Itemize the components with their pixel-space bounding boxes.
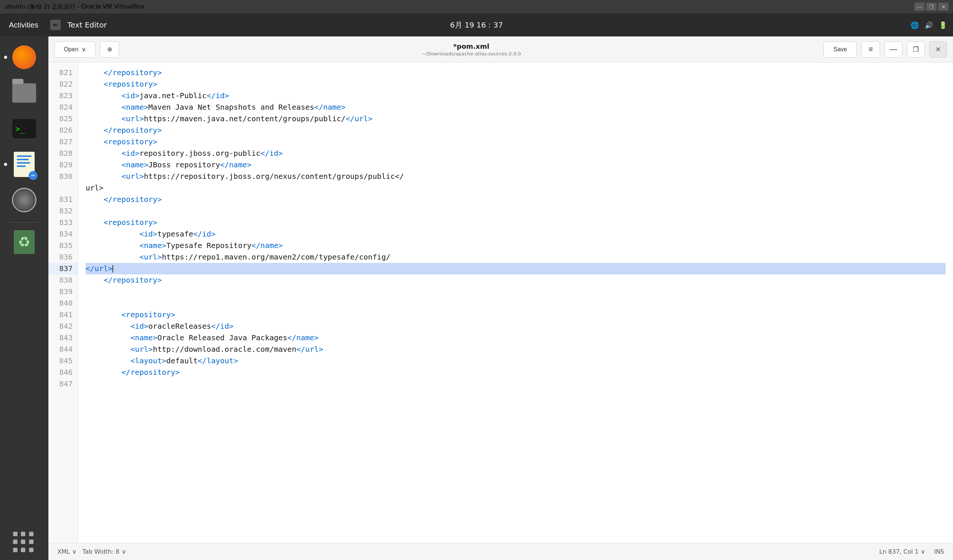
grid-dot	[29, 540, 34, 544]
code-line-830: <url>https://repository.jboss.org/nexus/…	[85, 171, 945, 182]
code-line-847	[85, 378, 945, 390]
code-line-825: <url>https://maven.java.net/content/grou…	[85, 113, 945, 125]
line-num-830: 830	[48, 171, 78, 182]
line-num-822: 822	[48, 79, 78, 90]
firefox-icon	[12, 45, 36, 69]
language-arrow-icon: ∨	[72, 548, 77, 555]
grid-dot	[29, 548, 34, 552]
code-line-833: <repository>	[85, 217, 945, 228]
code-line-841: <repository>	[85, 309, 945, 320]
code-line-828: <id>repository.jboss.org-public</id>	[85, 148, 945, 159]
grid-dot	[21, 548, 25, 552]
line-num-827: 827	[48, 136, 78, 148]
dock-item-editor[interactable]: ✏	[8, 148, 40, 181]
code-area[interactable]: </repository> <repository> <id>java.net-…	[78, 62, 953, 543]
editor-filepath: ~/Downloads/apache-atlas-sources-2.0.0	[421, 51, 521, 57]
title-bar-left: ubuntu (备份 2) 正在运行 - Oracle VM VirtualBo…	[5, 3, 144, 11]
app-icon-area: ✏️ Text Editor	[47, 20, 107, 30]
code-line-821: </repository>	[85, 67, 945, 79]
activities-button[interactable]: Activities	[0, 13, 47, 36]
terminal-prompt: >_	[15, 124, 25, 133]
language-selector[interactable]: XML ∨	[57, 548, 76, 555]
top-bar: Activities ✏️ Text Editor 6月 19 16：37 🌐 …	[0, 13, 953, 36]
code-line-840	[85, 297, 945, 309]
line-num-834: 834	[48, 228, 78, 240]
grid-dot	[13, 540, 17, 544]
app-icon: ✏️	[50, 20, 61, 30]
open-label: Open	[64, 46, 78, 53]
line-num-828: 828	[48, 148, 78, 159]
editor-maximize-button[interactable]: ❐	[907, 41, 925, 58]
title-bar: ubuntu (备份 2) 正在运行 - Oracle VM VirtualBo…	[0, 0, 953, 13]
line-num-843: 843	[48, 332, 78, 343]
line-num-841: 841	[48, 309, 78, 320]
dock-item-disc[interactable]	[8, 184, 40, 217]
line-num-833: 833	[48, 217, 78, 228]
network-icon[interactable]: 🌐	[911, 21, 919, 29]
new-file-button[interactable]: ⊕	[100, 41, 119, 58]
new-file-icon: ⊕	[107, 46, 112, 53]
clock: 6月 19 16：37	[450, 20, 503, 30]
line-num-845: 845	[48, 355, 78, 367]
line-num-821: 821	[48, 67, 78, 79]
dock-item-terminal[interactable]: >_	[8, 112, 40, 145]
line-num-838: 838	[48, 274, 78, 286]
code-line-842: <id>oracleReleases</id>	[85, 320, 945, 332]
code-line-834: <id>typesafe</id>	[85, 228, 945, 240]
line-num-829: 829	[48, 159, 78, 171]
battery-icon[interactable]: 🔋	[939, 21, 947, 29]
editor-pencil-icon: ✏	[29, 171, 37, 180]
editor-content[interactable]: 821 822 823 824 825 826 827 828 829 830 …	[48, 62, 953, 543]
save-button[interactable]: Save	[823, 41, 857, 58]
editor-window: Open ∨ ⊕ *pom.xml ~/Downloads/apache-atl…	[48, 36, 953, 560]
line-num-825: 825	[48, 113, 78, 125]
window-minimize-button[interactable]: —	[914, 3, 925, 11]
line-num-840: 840	[48, 297, 78, 309]
code-line-824: <name>Maven Java Net Snapshots and Relea…	[85, 102, 945, 113]
line-num-844: 844	[48, 343, 78, 355]
menu-button[interactable]: ≡	[861, 41, 880, 58]
line-num-823: 823	[48, 90, 78, 102]
editor-toolbar: Open ∨ ⊕ *pom.xml ~/Downloads/apache-atl…	[48, 36, 953, 62]
line-num-826: 826	[48, 125, 78, 136]
title-bar-text: ubuntu (备份 2) 正在运行 - Oracle VM VirtualBo…	[5, 3, 144, 11]
tab-width-label: Tab Width: 8	[82, 548, 119, 555]
code-line-836: <url>https://repo1.maven.org/maven2/com/…	[85, 251, 945, 263]
line-num-847: 847	[48, 378, 78, 390]
dock-apps-grid[interactable]	[13, 532, 36, 554]
status-bar: XML ∨ Tab Width: 8 ∨ Ln 837, Col 1 ∨ INS	[48, 543, 953, 560]
grid-dot	[13, 532, 17, 536]
dock-item-trash[interactable]: ♻	[8, 226, 40, 258]
dock-active-indicator-editor	[4, 163, 7, 166]
code-line-846: </repository>	[85, 367, 945, 378]
open-button[interactable]: Open ∨	[54, 41, 95, 58]
watermark: CSDN @ play/makerby	[892, 551, 953, 560]
grid-dot	[21, 532, 25, 536]
recycle-icon: ♻	[18, 234, 31, 250]
toolbar-title-area: *pom.xml ~/Downloads/apache-atlas-source…	[124, 42, 819, 57]
line-num-839: 839	[48, 286, 78, 297]
dock-item-firefox[interactable]	[8, 41, 40, 74]
terminal-icon: >_	[12, 119, 36, 138]
line-num-824: 824	[48, 102, 78, 113]
open-chevron-icon: ∨	[82, 46, 86, 53]
system-tray: 🌐 🔊 🔋	[911, 21, 947, 29]
code-line-829: <name>JBoss repository</name>	[85, 159, 945, 171]
editor-close-button[interactable]: ✕	[929, 41, 947, 58]
dock-item-files[interactable]	[8, 77, 40, 109]
code-line-839	[85, 286, 945, 297]
code-line-844: <url>http://download.oracle.com/maven</u…	[85, 343, 945, 355]
code-line-831: </repository>	[85, 194, 945, 205]
window-close-button[interactable]: ✕	[938, 3, 948, 11]
editor-minimize-button[interactable]: —	[885, 41, 902, 58]
language-label: XML	[57, 548, 70, 555]
title-bar-controls: — ❐ ✕	[914, 3, 948, 11]
disc-icon	[12, 188, 36, 212]
window-maximize-button[interactable]: ❐	[926, 3, 937, 11]
tab-width-selector[interactable]: Tab Width: 8 ∨	[82, 548, 126, 555]
editor-icon: ✏	[14, 152, 35, 177]
volume-icon[interactable]: 🔊	[925, 21, 933, 29]
code-line-826: </repository>	[85, 125, 945, 136]
tab-width-arrow-icon: ∨	[122, 548, 126, 555]
code-line-823: <id>java.net-Public</id>	[85, 90, 945, 102]
